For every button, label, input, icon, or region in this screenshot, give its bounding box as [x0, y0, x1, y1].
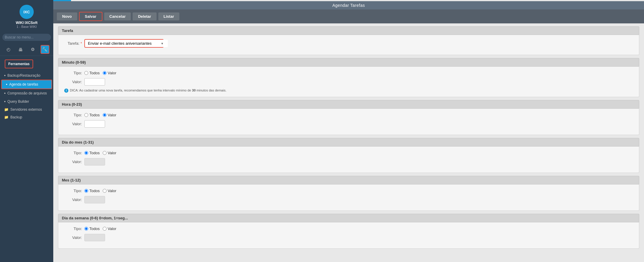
bullet-icon: • — [4, 91, 6, 96]
sidebar-item-agenda-tarefas[interactable]: • Agenda de tarefas — [1, 80, 52, 89]
hora-valor-radio[interactable] — [103, 113, 107, 117]
dia-semana-valor-radio[interactable] — [103, 227, 107, 231]
listar-button[interactable]: Listar — [158, 12, 179, 20]
hora-todos-label[interactable]: Todos — [84, 113, 100, 117]
folder-icon: 📁 — [4, 107, 9, 112]
tarefa-section: Tarefa Tarefa: * Enviar e-mail clientes … — [58, 26, 639, 55]
mes-tipo-row: Tipo: Todos Valor — [64, 189, 633, 193]
salvar-button[interactable]: Salvar — [79, 12, 102, 21]
deletar-button[interactable]: Deletar — [133, 12, 156, 20]
sidebar-item-backup-restauracao[interactable]: • Backup/Restauração — [0, 71, 53, 80]
sidebar-item-label: Backup — [10, 115, 22, 119]
bullet-icon: • — [4, 73, 6, 78]
minuto-section-header: Minuto (0-59) — [58, 58, 639, 67]
valor-field-label: Valor: — [64, 80, 82, 84]
dia-mes-section-header: Dia do mes (1-31) — [58, 138, 639, 147]
valor-field-label: Valor: — [64, 197, 82, 202]
app-name: WIKI IXCSoft — [16, 21, 37, 25]
app-base: 1 - Base WIKI — [17, 25, 37, 28]
dia-semana-tipo-radio-group: Todos Valor — [84, 226, 116, 231]
sidebar-item-compressao[interactable]: • Compressão de arquivos — [0, 89, 53, 97]
mes-valor-row: Valor: — [64, 196, 633, 203]
minuto-valor-label[interactable]: Valor — [103, 71, 116, 75]
dia-semana-todos-radio[interactable] — [84, 227, 88, 231]
nav-menu: • Backup/Restauração • Agenda de tarefas… — [0, 70, 53, 262]
dia-mes-valor-input[interactable] — [84, 158, 105, 165]
dia-mes-todos-radio[interactable] — [84, 151, 88, 155]
tarefa-form-row: Tarefa: * Enviar e-mail clientes anivers… — [64, 39, 633, 48]
dia-semana-section-body: Tipo: Todos Valor Valor: — [58, 222, 639, 249]
tipo-label: Tipo: — [64, 113, 82, 117]
sidebar-item-label: Agenda de tarefas — [9, 82, 38, 86]
sidebar-logo: IXC WIKI IXCSoft 1 - Base WIKI — [0, 0, 53, 31]
mes-section: Mes (1-12) Tipo: Todos Valor — [58, 176, 639, 211]
dica-text: i DICA: Ao cadastrar uma nova tarefa, re… — [64, 89, 633, 93]
minuto-tipo-radio-group: Todos Valor — [84, 71, 116, 75]
sidebar-item-query-builder[interactable]: • Query Builder — [0, 97, 53, 106]
minuto-section-body: Tipo: Todos Valor Valor: 30 — [58, 67, 639, 97]
minuto-valor-input[interactable]: 30 — [84, 78, 105, 86]
mes-section-body: Tipo: Todos Valor Valor: — [58, 184, 639, 211]
hora-valor-row: Valor: 10 — [64, 120, 633, 128]
tipo-label: Tipo: — [64, 71, 82, 75]
minuto-todos-radio[interactable] — [84, 71, 88, 75]
toolbar: Novo Salvar Cancelar Deletar Listar — [53, 9, 644, 23]
dia-semana-section-header: Dia da semana (0-6) 0=dom, 1=seg... — [58, 214, 639, 222]
sidebar: IXC WIKI IXCSoft 1 - Base WIKI ◴ 🖶 ⚙ 🔧 F… — [0, 0, 53, 262]
dia-mes-tipo-row: Tipo: Todos Valor — [64, 151, 633, 155]
ferramentas-label: Ferramentas — [5, 60, 33, 68]
hora-todos-radio[interactable] — [84, 113, 88, 117]
search-container — [0, 31, 53, 43]
search-input[interactable] — [2, 34, 51, 41]
mes-section-header: Mes (1-12) — [58, 176, 639, 184]
dia-semana-tipo-row: Tipo: Todos Valor — [64, 226, 633, 231]
minuto-valor-row: Valor: 30 — [64, 78, 633, 86]
hora-tipo-row: Tipo: Todos Valor — [64, 113, 633, 117]
wrench-icon-btn[interactable]: 🔧 — [41, 45, 49, 54]
novo-button[interactable]: Novo — [57, 12, 77, 20]
sidebar-item-servidores-externos[interactable]: 📁 Servidores externos — [0, 106, 53, 113]
mes-todos-label[interactable]: Todos — [84, 189, 100, 193]
tarefa-section-body: Tarefa: * Enviar e-mail clientes anivers… — [58, 35, 639, 55]
valor-field-label: Valor: — [64, 160, 82, 164]
dia-semana-valor-label[interactable]: Valor — [103, 226, 116, 231]
minuto-todos-label[interactable]: Todos — [84, 71, 100, 75]
hora-tipo-radio-group: Todos Valor — [84, 113, 116, 117]
main-content: Agendar Tarefas Novo Salvar Cancelar Del… — [53, 0, 644, 262]
dia-mes-todos-label[interactable]: Todos — [84, 151, 100, 155]
mes-valor-radio[interactable] — [103, 189, 107, 193]
bullet-icon: • — [4, 99, 6, 104]
print-icon-btn[interactable]: 🖶 — [16, 45, 25, 54]
monitor-icon-btn[interactable]: ◴ — [4, 45, 13, 54]
dia-mes-valor-label[interactable]: Valor — [103, 151, 116, 155]
sidebar-icon-bar: ◴ 🖶 ⚙ 🔧 — [0, 43, 53, 56]
dia-semana-todos-label[interactable]: Todos — [84, 226, 100, 231]
hora-valor-input[interactable]: 10 — [84, 120, 105, 128]
hora-valor-label[interactable]: Valor — [103, 113, 116, 117]
page-title: Agendar Tarefas — [332, 3, 365, 8]
dia-mes-section: Dia do mes (1-31) Tipo: Todos Valor — [58, 138, 639, 173]
dia-mes-valor-radio[interactable] — [103, 151, 107, 155]
tarefa-section-header: Tarefa — [58, 26, 639, 35]
mes-todos-radio[interactable] — [84, 189, 88, 193]
tarefa-label: Tarefa: * — [64, 41, 82, 46]
tarefa-select[interactable]: Enviar e-mail clientes aniversariantes B… — [85, 40, 168, 47]
bullet-icon: • — [6, 82, 7, 87]
mes-valor-input[interactable] — [84, 196, 105, 203]
minuto-valor-radio[interactable] — [103, 71, 107, 75]
cancelar-button[interactable]: Cancelar — [104, 12, 131, 20]
tipo-label: Tipo: — [64, 151, 82, 155]
sidebar-item-backup[interactable]: 📁 Backup — [0, 113, 53, 121]
dia-semana-valor-input[interactable] — [84, 234, 105, 241]
valor-field-label: Valor: — [64, 235, 82, 240]
valor-field-label: Valor: — [64, 122, 82, 126]
mes-valor-label[interactable]: Valor — [103, 189, 116, 193]
sidebar-item-label: Query Builder — [7, 99, 29, 104]
tarefa-select-wrapper: Enviar e-mail clientes aniversariantes B… — [84, 39, 164, 48]
settings-icon-btn[interactable]: ⚙ — [28, 45, 37, 54]
top-bar: Agendar Tarefas — [53, 1, 644, 9]
sidebar-item-label: Compressão de arquivos — [7, 91, 47, 95]
ferramentas-section: Ferramentas — [0, 56, 53, 70]
hora-section-body: Tipo: Todos Valor Valor: 10 — [58, 109, 639, 135]
tipo-label: Tipo: — [64, 226, 82, 231]
